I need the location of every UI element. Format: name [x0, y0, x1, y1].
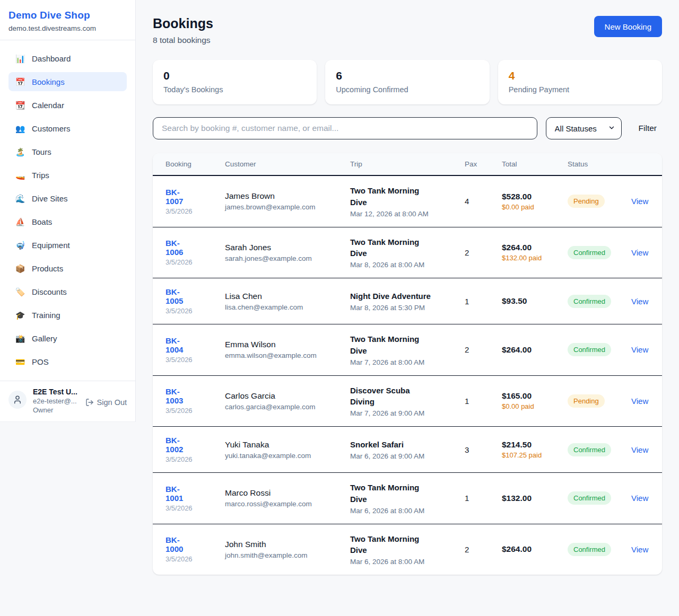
sidebar-item-label: Customers [32, 124, 71, 133]
pax-count: 2 [465, 324, 502, 376]
sidebar-item-label: Discounts [32, 287, 67, 296]
paid-amount: $107.25 paid [502, 451, 550, 459]
trip-datetime: Mar 6, 2026 at 8:00 AM [350, 507, 433, 515]
view-link[interactable]: View [631, 197, 648, 206]
table-row: BK-1006 3/5/2026 Sarah Jones sarah.jones… [153, 227, 662, 278]
booking-date: 3/5/2026 [166, 207, 195, 215]
trip-datetime: Mar 7, 2026 at 8:00 AM [350, 358, 433, 366]
booking-id-link[interactable]: BK-1001 [166, 485, 183, 503]
booking-id-link[interactable]: BK-1006 [166, 239, 183, 257]
booking-id-link[interactable]: BK-1004 [166, 336, 183, 354]
booking-id-link[interactable]: BK-1003 [166, 387, 183, 405]
sidebar-item-dive-sites[interactable]: 🌊 Dive Sites [8, 189, 127, 208]
booking-date: 3/5/2026 [166, 307, 195, 315]
view-link[interactable]: View [631, 445, 648, 454]
bookings-table-card: Booking Customer Trip Pax Total Status B… [153, 153, 662, 575]
table-row: BK-1004 3/5/2026 Emma Wilson emma.wilson… [153, 324, 662, 376]
status-badge: Confirmed [568, 295, 611, 308]
column-header-status: Status [568, 153, 631, 175]
sidebar-item-bookings[interactable]: 📅 Bookings [8, 72, 127, 91]
stat-label: Upcoming Confirmed [336, 85, 478, 94]
column-header-actions [631, 153, 662, 175]
paid-amount: $0.00 paid [502, 203, 550, 211]
status-select-wrap: All Statuses [546, 117, 622, 139]
trip-datetime: Mar 8, 2026 at 5:30 PM [350, 304, 433, 312]
trip-name: Snorkel Safari [350, 439, 433, 451]
page-subtitle: 8 total bookings [153, 36, 213, 45]
booking-date: 3/5/2026 [166, 407, 195, 415]
table-row: BK-1001 3/5/2026 Marco Rossi marco.rossi… [153, 473, 662, 524]
sidebar-item-label: Products [32, 264, 63, 273]
sidebar-item-calendar[interactable]: 📆 Calendar [8, 95, 127, 115]
pax-count: 2 [465, 524, 502, 575]
total-amount: $264.00 [502, 345, 550, 355]
status-badge: Confirmed [568, 343, 611, 356]
sidebar-item-products[interactable]: 📦 Products [8, 259, 127, 278]
pax-count: 1 [465, 278, 502, 324]
total-amount: $264.00 [502, 243, 550, 252]
sidebar-item-equipment[interactable]: 🤿 Equipment [8, 235, 127, 254]
filter-button[interactable]: Filter [639, 124, 657, 133]
trips-icon: 🚤 [15, 171, 25, 179]
sidebar-item-tours[interactable]: 🏝️ Tours [8, 142, 127, 161]
status-badge: Confirmed [568, 443, 611, 456]
user-info: E2E Test U... e2e-tester@... Owner [33, 388, 79, 414]
view-link[interactable]: View [631, 345, 648, 354]
sidebar-item-discounts[interactable]: 🏷️ Discounts [8, 282, 127, 301]
view-link[interactable]: View [631, 248, 648, 257]
customer-email: emma.wilson@example.com [225, 351, 346, 359]
booking-id-link[interactable]: BK-1005 [166, 287, 183, 305]
sidebar-item-boats[interactable]: ⛵ Boats [8, 212, 127, 231]
view-link[interactable]: View [631, 494, 648, 503]
sidebar-item-label: POS [32, 357, 49, 366]
page-title: Bookings [153, 16, 213, 31]
stat-label: Today's Bookings [163, 85, 306, 94]
trip-name: Night Dive Adventure [350, 291, 433, 302]
customer-email: john.smith@example.com [225, 551, 346, 559]
sidebar-item-customers[interactable]: 👥 Customers [8, 119, 127, 138]
customer-name: Emma Wilson [225, 340, 346, 349]
search-input[interactable] [153, 117, 537, 139]
sidebar: Demo Dive Shop demo.test.divestreams.com… [0, 0, 136, 422]
stat-label: Pending Payment [509, 85, 651, 94]
trip-datetime: Mar 6, 2026 at 8:00 AM [350, 558, 433, 566]
sign-out-button[interactable]: Sign Out [85, 398, 127, 407]
pax-count: 2 [465, 227, 502, 278]
stat-card-pending-payment: 4 Pending Payment [498, 60, 662, 104]
column-header-trip: Trip [350, 153, 465, 175]
bookings-icon: 📅 [15, 78, 25, 86]
new-booking-button[interactable]: New Booking [594, 16, 662, 37]
sidebar-item-trips[interactable]: 🚤 Trips [8, 165, 127, 184]
user-name: E2E Test U... [33, 388, 79, 396]
table-row: BK-1000 3/5/2026 John Smith john.smith@e… [153, 524, 662, 575]
table-row: BK-1003 3/5/2026 Carlos Garcia carlos.ga… [153, 375, 662, 427]
total-amount: $528.00 [502, 192, 550, 201]
customer-name: James Brown [225, 191, 346, 201]
column-header-total: Total [502, 153, 568, 175]
trip-datetime: Mar 6, 2026 at 9:00 AM [350, 452, 433, 460]
customer-email: carlos.garcia@example.com [225, 403, 346, 411]
view-link[interactable]: View [631, 297, 648, 306]
total-amount: $214.50 [502, 440, 550, 450]
paid-amount: $132.00 paid [502, 254, 550, 262]
status-filter-select[interactable]: All Statuses [546, 117, 622, 139]
trip-name: Two Tank Morning Dive [350, 236, 433, 260]
sidebar-item-pos[interactable]: 💳 POS [8, 352, 127, 371]
trip-name: Two Tank Morning Dive [350, 185, 433, 208]
stat-card-todays-bookings: 0 Today's Bookings [153, 60, 317, 104]
sidebar-item-dashboard[interactable]: 📊 Dashboard [8, 49, 127, 68]
view-link[interactable]: View [631, 397, 648, 406]
column-header-booking: Booking [153, 153, 225, 175]
booking-id-link[interactable]: BK-1007 [166, 188, 183, 206]
sidebar-item-label: Calendar [32, 101, 64, 110]
booking-date: 3/5/2026 [166, 356, 195, 364]
sidebar-item-label: Equipment [32, 241, 70, 250]
products-icon: 📦 [15, 265, 25, 272]
dive-sites-icon: 🌊 [15, 195, 25, 203]
sidebar-item-gallery[interactable]: 📸 Gallery [8, 329, 127, 348]
sidebar-item-training[interactable]: 🎓 Training [8, 305, 127, 324]
view-link[interactable]: View [631, 545, 648, 554]
stat-value: 6 [336, 69, 478, 82]
booking-id-link[interactable]: BK-1000 [166, 535, 183, 553]
booking-id-link[interactable]: BK-1002 [166, 436, 183, 454]
